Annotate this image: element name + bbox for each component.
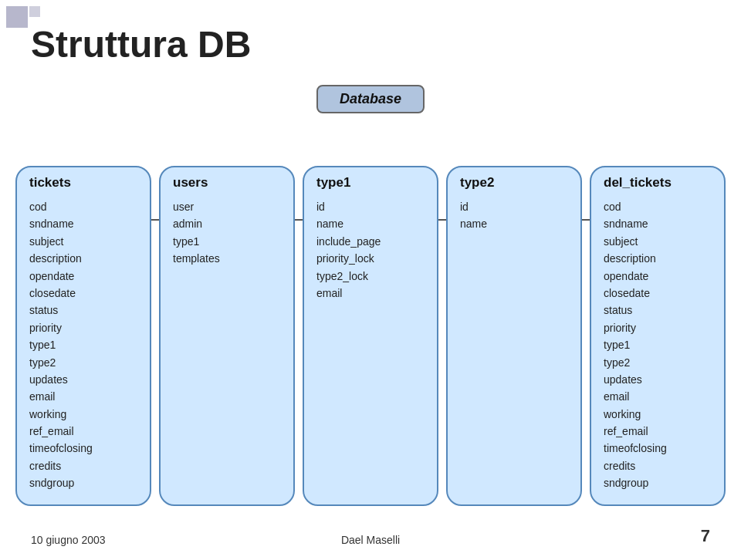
table-del-tickets-name: del_tickets	[604, 175, 712, 191]
field: type2	[29, 354, 137, 371]
field: description	[604, 250, 712, 267]
field: ref_email	[604, 423, 712, 440]
table-type2-fields: id name	[460, 198, 568, 233]
field: include_page	[316, 233, 425, 250]
table-tickets-name: tickets	[29, 175, 137, 191]
field: opendate	[604, 268, 712, 285]
field: opendate	[29, 268, 137, 285]
field: user	[173, 198, 281, 215]
field: priority	[604, 319, 712, 336]
table-users-name: users	[173, 175, 281, 191]
field: email	[316, 285, 425, 302]
field: working	[29, 406, 137, 423]
field: sndgroup	[604, 474, 712, 491]
field: type2_lock	[316, 268, 425, 285]
field: timeofclosing	[604, 440, 712, 457]
table-users-fields: user admin type1 templates	[173, 198, 281, 268]
field: description	[29, 250, 137, 267]
footer-page: 7	[701, 526, 710, 546]
field: name	[316, 215, 425, 232]
table-type1-name: type1	[316, 175, 425, 191]
table-users: users user admin type1 templates	[159, 166, 295, 506]
field: subject	[29, 233, 137, 250]
field: type2	[604, 354, 712, 371]
table-del-tickets: del_tickets cod sndname subject descript…	[590, 166, 726, 506]
field: priority_lock	[316, 250, 425, 267]
field: templates	[173, 250, 281, 267]
database-box: Database	[316, 85, 425, 113]
field: email	[29, 388, 137, 405]
field: name	[460, 215, 568, 232]
deco-square-2	[29, 6, 40, 17]
field: id	[316, 198, 425, 215]
footer-author: Dael Maselli	[341, 534, 400, 546]
field: ref_email	[29, 423, 137, 440]
field: type1	[29, 336, 137, 353]
field: type1	[604, 336, 712, 353]
field: timeofclosing	[29, 440, 137, 457]
table-type2-name: type2	[460, 175, 568, 191]
table-del-tickets-fields: cod sndname subject description opendate…	[604, 198, 712, 492]
table-type1: type1 id name include_page priority_lock…	[303, 166, 438, 506]
table-tickets: tickets cod sndname subject description …	[15, 166, 151, 506]
field: cod	[29, 198, 137, 215]
field: credits	[29, 457, 137, 474]
field: closedate	[29, 285, 137, 302]
field: working	[604, 406, 712, 423]
field: type1	[173, 233, 281, 250]
footer-date: 10 giugno 2003	[31, 534, 106, 546]
field: status	[604, 302, 712, 319]
field: sndname	[29, 215, 137, 232]
deco-square-1	[6, 6, 28, 28]
field: id	[460, 198, 568, 215]
field: cod	[604, 198, 712, 215]
page-title: Struttura DB	[31, 23, 251, 66]
field: priority	[29, 319, 137, 336]
field: updates	[604, 371, 712, 388]
table-type1-fields: id name include_page priority_lock type2…	[316, 198, 425, 302]
tables-row: tickets cod sndname subject description …	[15, 166, 726, 506]
field: status	[29, 302, 137, 319]
field: sndgroup	[29, 474, 137, 491]
field: email	[604, 388, 712, 405]
table-tickets-fields: cod sndname subject description opendate…	[29, 198, 137, 492]
database-container: Database	[0, 85, 741, 113]
field: admin	[173, 215, 281, 232]
field: subject	[604, 233, 712, 250]
field: closedate	[604, 285, 712, 302]
field: sndname	[604, 215, 712, 232]
table-type2: type2 id name	[446, 166, 582, 506]
field: updates	[29, 371, 137, 388]
field: credits	[604, 457, 712, 474]
